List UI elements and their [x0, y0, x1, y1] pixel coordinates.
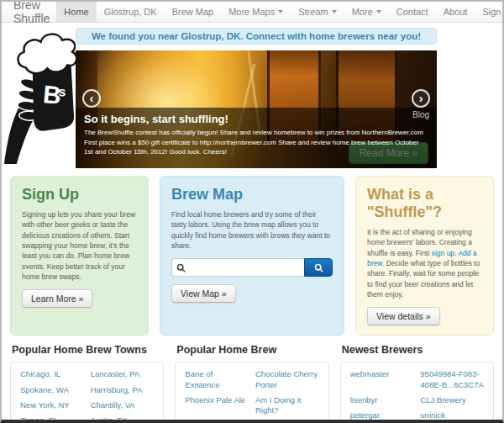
newest-brewers-section: Newest Brewers webmaster95049984-F083-40… — [340, 344, 494, 423]
nav-item-more[interactable]: More — [344, 2, 389, 22]
nav-item-sign-up[interactable]: Sign Up — [475, 2, 504, 22]
page: Brew Shuffle Home Glostrup, DK Brew Map … — [0, 0, 504, 423]
popular-brews-box: Bane of ExistenceChocolate Cherry Porter… — [175, 362, 328, 423]
brand-title[interactable]: Brew Shuffle — [7, 2, 56, 22]
blog-link[interactable]: Blog — [412, 110, 429, 119]
brew-link[interactable]: Chocolate Cherry Porter — [255, 369, 319, 390]
nav-item-label: More Maps — [228, 7, 275, 17]
nav-item-label: About — [444, 7, 468, 17]
nav-item-location[interactable]: Glostrup, DK — [97, 2, 165, 22]
nav-item-label: Home — [64, 7, 88, 17]
brew-map-title: Brew Map — [171, 186, 333, 204]
search-icon — [314, 263, 323, 272]
hero-carousel: ‹ › Blog So it begins, start shuffling! … — [76, 50, 437, 168]
chevron-down-icon — [376, 10, 381, 13]
town-link[interactable]: Chantilly, VA — [91, 400, 155, 410]
town-link[interactable]: New York, NY — [20, 400, 84, 410]
carousel-next-arrow-icon[interactable]: › — [412, 89, 430, 108]
shuffle-title: What is a "Shuffle"? — [367, 186, 482, 221]
popular-brews-section: Popular Home Brew Bane of ExistenceChoco… — [175, 344, 328, 423]
learn-more-button[interactable]: Learn More » — [22, 289, 92, 308]
sign-up-title: Sign Up — [22, 186, 137, 204]
nav-item-label: Glostrup, DK — [104, 7, 157, 17]
sign-up-body: Signing up lets you share your brew with… — [22, 209, 137, 282]
nav-item-contact[interactable]: Contact — [389, 2, 436, 22]
town-link[interactable]: Austin, TX — [91, 415, 155, 423]
nav-item-brew-map[interactable]: Brew Map — [165, 2, 222, 22]
shuffle-panel: What is a "Shuffle"? It is the act of sh… — [355, 176, 494, 336]
brewer-link[interactable]: CLJ Brewery — [420, 395, 484, 405]
svg-text:s: s — [58, 84, 66, 99]
town-link[interactable]: Harrisburg, PA — [91, 385, 155, 395]
view-map-button[interactable]: View Map » — [171, 284, 236, 303]
carousel-body: The BrewShuffle contest has officially b… — [84, 128, 428, 157]
stats-section: Popular Home Brew Towns Chicago, ILLanca… — [10, 344, 494, 423]
shuffle-text: . Decide what type of bottles to share. … — [367, 259, 480, 299]
nav-item-label: Stream — [298, 7, 328, 17]
brew-map-panel: Brew Map Find local home brewers and try… — [160, 176, 344, 336]
carousel-title: So it begins, start shuffling! — [84, 113, 428, 125]
chevron-down-icon — [278, 10, 283, 13]
map-search-input[interactable] — [189, 263, 300, 272]
brewer-link[interactable]: webmaster — [350, 369, 414, 390]
search-icon — [176, 263, 186, 272]
town-link[interactable]: Spokane, WA — [20, 385, 84, 395]
newest-brewers-title: Newest Brewers — [342, 344, 494, 356]
nav-item-more-maps[interactable]: More Maps — [221, 2, 291, 22]
brew-link[interactable]: Phoenix Pale Ale — [185, 395, 249, 416]
beer-mug-logo: B s — [3, 30, 76, 165]
popular-brews-title: Popular Home Brew — [176, 344, 328, 356]
newest-brewers-box: webmaster95049984-F083-408E-B...6C3C7A l… — [340, 362, 494, 423]
navbar-right: Sign Up Login — [475, 2, 504, 22]
nav-item-stream[interactable]: Stream — [291, 2, 344, 22]
brewer-link[interactable]: lisenbyr — [350, 395, 414, 405]
brewer-link[interactable]: uninick — [420, 410, 484, 420]
nav-item-label: Brew Map — [172, 7, 214, 17]
map-search-field-wrap — [171, 258, 304, 277]
sign-up-link[interactable]: sign up — [432, 249, 454, 257]
town-link[interactable]: Tampa, FL — [20, 415, 84, 423]
brew-link[interactable]: Am I Doing it Right? — [255, 395, 319, 416]
nav-item-label: More — [352, 7, 373, 17]
brewer-link[interactable]: 95049984-F083-408E-B...6C3C7A — [420, 369, 484, 390]
shuffle-body: It is the act of sharing or enjoying hom… — [367, 227, 482, 299]
carousel-caption: So it begins, start shuffling! The BrewS… — [76, 108, 437, 168]
nav-item-about[interactable]: About — [436, 2, 475, 22]
town-link[interactable]: Chicago, IL — [20, 369, 84, 379]
view-details-button[interactable]: View details » — [367, 307, 440, 325]
nav-item-home[interactable]: Home — [56, 2, 96, 22]
popular-towns-box: Chicago, ILLancaster, PA Spokane, WAHarr… — [10, 362, 164, 423]
map-search-bar — [171, 258, 333, 277]
popular-towns-title: Popular Home Brew Towns — [12, 344, 164, 356]
location-alert: We found you near Glostrup, DK. Connect … — [76, 28, 437, 45]
sign-up-panel: Sign Up Signing up lets you share your b… — [10, 176, 149, 336]
chevron-down-icon — [332, 10, 337, 13]
brewer-link[interactable]: petergar — [350, 410, 414, 420]
nav-item-label: Contact — [396, 7, 428, 17]
top-navbar: Brew Shuffle Home Glostrup, DK Brew Map … — [2, 2, 502, 23]
brew-map-body: Find local home brewers and try some of … — [171, 209, 333, 251]
town-link[interactable]: Lancaster, PA — [91, 369, 155, 379]
feature-panels: Sign Up Signing up lets you share your b… — [10, 176, 494, 336]
brew-link[interactable]: Bane of Existence — [185, 369, 249, 390]
popular-towns-section: Popular Home Brew Towns Chicago, ILLanca… — [10, 344, 164, 423]
map-search-button[interactable] — [304, 258, 333, 277]
carousel-prev-arrow-icon[interactable]: ‹ — [82, 89, 101, 108]
